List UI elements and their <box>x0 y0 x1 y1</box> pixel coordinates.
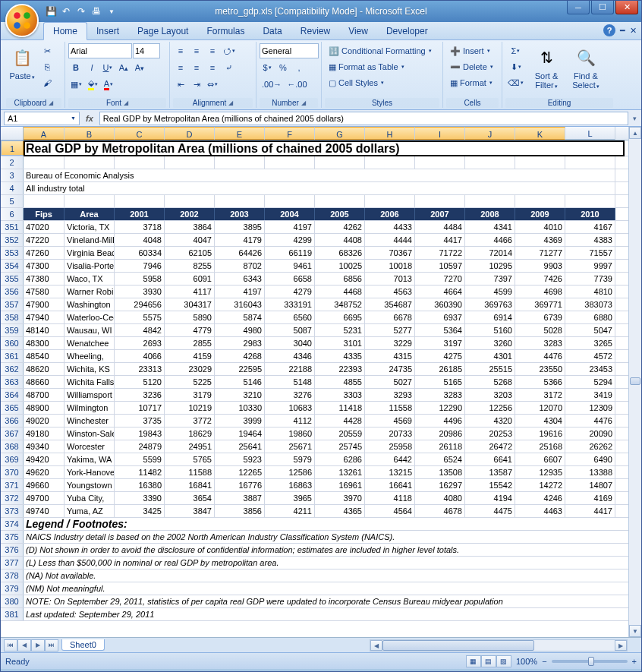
row-header[interactable]: 351 <box>1 221 24 233</box>
cell[interactable]: 49700 <box>24 492 65 504</box>
help-icon[interactable]: ? <box>603 24 615 36</box>
cell[interactable]: Virginia Beach <box>65 247 115 259</box>
accounting-button[interactable]: $▾ <box>260 60 275 75</box>
cell[interactable] <box>265 195 315 207</box>
column-header[interactable]: C <box>115 127 165 140</box>
cell[interactable]: 3390 <box>115 492 165 504</box>
row-header[interactable]: 2 <box>1 156 24 169</box>
sheet-nav-first-icon[interactable]: ⏮ <box>4 639 17 651</box>
cell[interactable]: 60334 <box>115 247 165 259</box>
cell[interactable]: 5148 <box>265 376 315 388</box>
vertical-scrollbar[interactable]: ▲ ▼ <box>628 127 641 637</box>
cell[interactable]: 2003 <box>215 208 265 220</box>
cell[interactable]: 62105 <box>165 247 215 259</box>
cell[interactable]: Yakima, WA <box>65 453 115 465</box>
cell[interactable]: Washington <box>65 298 115 311</box>
column-header[interactable]: A <box>24 127 65 140</box>
ribbon-minimize-icon[interactable]: ━ <box>620 26 625 36</box>
cell[interactable]: 25671 <box>265 440 315 453</box>
cell[interactable]: 3999 <box>215 415 265 427</box>
cell[interactable]: 4475 <box>465 505 515 517</box>
cell[interactable]: 4433 <box>365 221 415 233</box>
scroll-up-icon[interactable]: ▲ <box>629 127 641 139</box>
cell[interactable]: 3265 <box>565 337 615 349</box>
cell[interactable]: 12935 <box>515 466 565 478</box>
decrease-indent-button[interactable]: ⇤ <box>173 77 188 92</box>
cell[interactable]: 13508 <box>415 466 465 478</box>
select-all-corner[interactable] <box>1 127 24 140</box>
grow-font-button[interactable]: A▴ <box>116 60 131 75</box>
row-header[interactable]: 6 <box>1 208 24 220</box>
cell[interactable] <box>565 195 615 207</box>
scroll-thumb[interactable] <box>630 377 640 385</box>
tab-view[interactable]: View <box>339 23 377 39</box>
cell[interactable]: 5874 <box>215 311 265 323</box>
cell[interactable]: 19616 <box>515 427 565 440</box>
conditional-formatting-button[interactable]: 🔢Conditional Formatting▾ <box>325 43 436 58</box>
row-header[interactable]: 356 <box>1 286 24 298</box>
qat-redo-icon[interactable]: ↷ <box>75 5 87 17</box>
cell[interactable] <box>65 156 115 169</box>
row-header[interactable]: 354 <box>1 260 24 272</box>
row-header[interactable]: 372 <box>1 492 24 504</box>
row-header[interactable]: 366 <box>1 415 24 427</box>
dialog-launcher-icon[interactable]: ◢ <box>228 99 233 106</box>
cell[interactable]: 25745 <box>315 440 365 453</box>
cell[interactable]: 16380 <box>115 479 165 491</box>
cell[interactable]: 7397 <box>465 273 515 285</box>
cell[interactable]: 7739 <box>565 273 615 285</box>
qat-undo-icon[interactable]: ↶ <box>60 5 72 17</box>
cell[interactable]: 2005 <box>315 208 365 220</box>
cell[interactable]: 4842 <box>115 324 165 336</box>
cell[interactable]: 23029 <box>165 363 215 375</box>
cell[interactable]: 4246 <box>515 492 565 504</box>
tab-home[interactable]: Home <box>43 22 87 40</box>
cell[interactable]: 71557 <box>565 247 615 259</box>
doc-close-icon[interactable]: ✕ <box>630 26 637 36</box>
cell[interactable]: 48620 <box>24 363 65 375</box>
cell[interactable]: 316043 <box>215 298 265 311</box>
row-header[interactable]: 353 <box>1 247 24 259</box>
cell[interactable] <box>465 195 515 207</box>
cell[interactable] <box>215 156 265 169</box>
zoom-in-button[interactable]: + <box>632 657 637 666</box>
fill-color-button[interactable]: ⬙▾ <box>85 77 100 92</box>
cell[interactable]: 20986 <box>415 427 465 440</box>
cell[interactable]: 19464 <box>215 427 265 440</box>
format-cells-button[interactable]: ▦Format▾ <box>446 75 496 90</box>
cell[interactable]: 70367 <box>365 247 415 259</box>
find-select-button[interactable]: 🔍 Find & Select▾ <box>567 43 605 93</box>
cell[interactable] <box>515 156 565 169</box>
cell[interactable]: 5120 <box>115 376 165 388</box>
cell[interactable]: 26472 <box>465 440 515 453</box>
chevron-down-icon[interactable]: ▼ <box>71 115 76 121</box>
cell[interactable]: 12256 <box>465 402 515 414</box>
fill-button[interactable]: ⬇▾ <box>505 59 526 74</box>
cell[interactable]: 4980 <box>215 324 265 336</box>
column-header[interactable]: K <box>515 127 565 140</box>
cell[interactable]: 19843 <box>115 427 165 440</box>
cell[interactable]: 6880 <box>565 311 615 323</box>
cell[interactable]: (NA) Not available. <box>24 569 615 582</box>
column-header[interactable]: H <box>365 127 415 140</box>
row-header[interactable]: 371 <box>1 479 24 491</box>
cell[interactable]: 348752 <box>315 298 365 311</box>
tab-review[interactable]: Review <box>291 23 339 39</box>
row-header[interactable]: 377 <box>1 557 24 569</box>
tab-formulas[interactable]: Formulas <box>197 23 253 39</box>
cell[interactable]: Last updated: September 29, 2011 <box>24 608 615 620</box>
formula-expand-icon[interactable]: ▾ <box>631 115 638 122</box>
cell[interactable]: 3260 <box>465 337 515 349</box>
cell[interactable]: 18629 <box>165 427 215 440</box>
cell[interactable]: Wilmington <box>65 402 115 414</box>
cell[interactable]: 22393 <box>315 363 365 375</box>
cell[interactable]: 10717 <box>115 402 165 414</box>
cell[interactable]: 3856 <box>215 505 265 517</box>
cell[interactable]: 3040 <box>265 337 315 349</box>
cell[interactable]: 26185 <box>415 363 465 375</box>
cell[interactable]: 71722 <box>415 247 465 259</box>
cell[interactable]: 6658 <box>265 273 315 285</box>
cell[interactable]: 5765 <box>165 453 215 465</box>
cell[interactable]: 3179 <box>165 389 215 401</box>
cell[interactable]: 20733 <box>365 427 415 440</box>
